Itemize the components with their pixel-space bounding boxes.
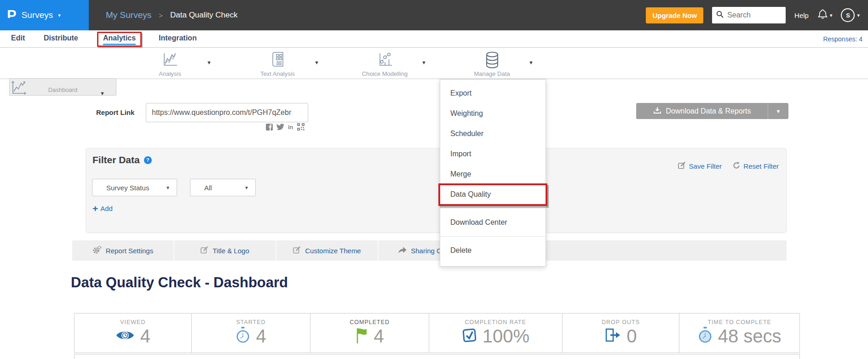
- select-caret-icon: ▼: [244, 185, 249, 190]
- breadcrumb-current: Data Quality Check: [170, 11, 237, 20]
- title-logo-label: Title & Logo: [213, 247, 249, 255]
- filter-data-panel: Filter Data ? Save Filter Reset Filter: [86, 148, 787, 233]
- analytics-toolbar: ▼ Dashboard ▼ Analysis ▼ Text Analysis ▼…: [0, 48, 868, 79]
- menu-item-scheduler[interactable]: Scheduler: [440, 124, 546, 144]
- stat-label: DROP OUTS: [602, 319, 640, 325]
- search-input[interactable]: [726, 11, 777, 20]
- chevron-down-icon: ▾: [857, 12, 860, 18]
- survey-tabbar: Edit Distribute Analytics Integration Re…: [0, 30, 868, 48]
- qr-code-icon[interactable]: [297, 123, 305, 131]
- survey-status-value: Survey Status: [92, 184, 149, 192]
- upgrade-now-button[interactable]: Upgrade Now: [646, 7, 703, 23]
- database-icon: [483, 63, 501, 71]
- menu-item-download-center[interactable]: Download Center: [440, 212, 546, 233]
- select-caret-icon: ▼: [166, 185, 170, 190]
- product-switcher[interactable]: P Surveys ▾: [0, 0, 89, 30]
- responses-count: Responses: 4: [823, 35, 862, 43]
- stat-completion-rate: COMPLETION RATE 100%: [429, 313, 563, 353]
- toolbar-item-text-analysis[interactable]: ▼ Text Analysis: [224, 48, 331, 79]
- report-link-input[interactable]: [146, 103, 308, 122]
- edit-square-icon: [678, 161, 686, 171]
- toolbar-item-dashboard[interactable]: ▼ Dashboard: [9, 78, 116, 96]
- menu-item-delete[interactable]: Delete: [440, 240, 546, 261]
- page-title: Data Quality Check - Dashboard: [71, 274, 288, 291]
- analysis-icon: [161, 62, 179, 70]
- menu-separator: [440, 208, 546, 209]
- help-badge-icon[interactable]: ?: [144, 156, 152, 164]
- menu-item-weighting[interactable]: Weighting: [440, 103, 546, 124]
- toolbar-item-choice-modelling[interactable]: ▼ Choice Modelling: [331, 48, 438, 79]
- survey-status-select[interactable]: Survey Status ▼: [92, 179, 177, 196]
- questionpro-analytics-screen: P Surveys ▾ My Surveys > Data Quality Ch…: [0, 0, 868, 359]
- twitter-icon[interactable]: [276, 124, 284, 130]
- tab-edit[interactable]: Edit: [11, 34, 25, 42]
- questionpro-logo: P: [7, 8, 17, 23]
- report-settings-button[interactable]: Report Settings: [72, 240, 174, 261]
- toolbar-item-analysis[interactable]: ▼ Analysis: [116, 48, 224, 79]
- download-data-reports-button[interactable]: Download Data & Reports ▼: [636, 103, 788, 119]
- stat-value: 4: [140, 327, 150, 345]
- help-link[interactable]: Help: [794, 11, 809, 19]
- stat-label: COMPLETION RATE: [465, 319, 527, 325]
- toolbar-item-label: Analysis: [116, 70, 224, 77]
- tab-distribute[interactable]: Distribute: [44, 34, 78, 42]
- toolbar-item-label: Choice Modelling: [331, 70, 438, 77]
- filter-operator-select[interactable]: All ▼: [190, 179, 256, 196]
- report-settings-bar: Report Settings Title & Logo Customize T…: [72, 240, 787, 261]
- menu-item-merge[interactable]: Merge: [440, 164, 546, 184]
- product-name: Surveys: [22, 10, 53, 20]
- toolbar-item-manage-data[interactable]: ▼ Manage Data: [438, 48, 546, 79]
- stat-value: 4: [374, 327, 384, 345]
- stat-value: 0: [627, 327, 637, 345]
- breadcrumb-my-surveys[interactable]: My Surveys: [106, 10, 151, 20]
- notifications-menu[interactable]: ▾: [817, 9, 833, 22]
- account-menu[interactable]: S ▾: [841, 8, 860, 22]
- edit-square-icon: [201, 246, 208, 255]
- reset-filter-button[interactable]: Reset Filter: [733, 162, 779, 171]
- choice-modelling-icon: [376, 62, 394, 70]
- chevron-down-icon[interactable]: ▼: [421, 60, 426, 65]
- add-filter-button[interactable]: + Add: [92, 204, 113, 213]
- text-analysis-icon: [270, 62, 285, 70]
- avatar: S: [841, 8, 855, 22]
- search-icon: [716, 11, 724, 20]
- stat-started: STARTED 4: [192, 313, 311, 353]
- gears-icon: [92, 245, 102, 256]
- timer-icon: [698, 327, 713, 345]
- save-filter-button[interactable]: Save Filter: [678, 161, 722, 171]
- save-filter-label: Save Filter: [689, 162, 722, 170]
- facebook-icon[interactable]: [266, 124, 273, 131]
- stat-completed: COMPLETED 4: [310, 313, 429, 353]
- toolbar-item-label: Dashboard: [10, 86, 116, 93]
- stat-label: STARTED: [236, 319, 265, 325]
- toolbar-item-label: Text Analysis: [224, 70, 331, 77]
- menu-item-data-quality[interactable]: Data Quality: [440, 184, 546, 205]
- chevron-down-icon[interactable]: ▼: [314, 60, 319, 65]
- title-logo-button[interactable]: Title & Logo: [174, 240, 276, 261]
- menu-separator: [440, 236, 546, 237]
- report-link-label: Report Link: [96, 108, 134, 116]
- stat-label: VIEWED: [120, 319, 145, 325]
- menu-item-export[interactable]: Export: [440, 83, 546, 103]
- chevron-down-icon[interactable]: ▼: [529, 60, 534, 65]
- customize-theme-button[interactable]: Customize Theme: [276, 240, 379, 261]
- bell-icon: [817, 9, 828, 22]
- next-section-partial-row: [74, 354, 800, 359]
- stat-label: TIME TO COMPLETE: [707, 319, 771, 325]
- chevron-down-icon[interactable]: ▼: [768, 108, 788, 114]
- tab-integration[interactable]: Integration: [159, 34, 197, 42]
- edit-square-icon: [293, 246, 301, 255]
- exit-icon: [604, 328, 621, 344]
- chevron-down-icon[interactable]: ▼: [207, 60, 212, 65]
- share-arrow-icon: [398, 246, 407, 255]
- stats-summary-table: VIEWED 4 STARTED 4 COMPLETED: [74, 313, 800, 353]
- search-box[interactable]: [712, 7, 786, 23]
- tab-analytics[interactable]: Analytics: [103, 34, 136, 45]
- checkbox-icon: [462, 328, 477, 345]
- topbar: P Surveys ▾ My Surveys > Data Quality Ch…: [0, 0, 868, 30]
- filter-operator-value: All: [190, 184, 212, 192]
- stat-label: COMPLETED: [350, 319, 390, 325]
- menu-item-import[interactable]: Import: [440, 144, 546, 164]
- linkedin-icon[interactable]: in: [288, 124, 293, 131]
- eye-icon: [115, 329, 135, 343]
